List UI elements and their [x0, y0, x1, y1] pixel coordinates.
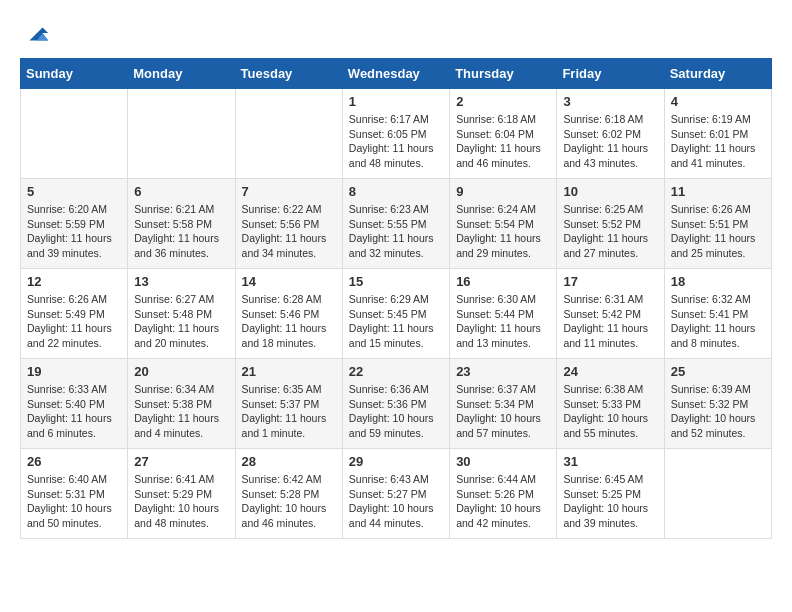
- day-number: 14: [242, 274, 336, 289]
- day-info: Sunrise: 6:38 AMSunset: 5:33 PMDaylight:…: [563, 382, 657, 441]
- day-info: Sunrise: 6:30 AMSunset: 5:44 PMDaylight:…: [456, 292, 550, 351]
- calendar-cell: 3Sunrise: 6:18 AMSunset: 6:02 PMDaylight…: [557, 89, 664, 179]
- day-number: 23: [456, 364, 550, 379]
- calendar-cell: 1Sunrise: 6:17 AMSunset: 6:05 PMDaylight…: [342, 89, 449, 179]
- calendar-cell: 9Sunrise: 6:24 AMSunset: 5:54 PMDaylight…: [450, 179, 557, 269]
- day-number: 6: [134, 184, 228, 199]
- calendar-header-sunday: Sunday: [21, 59, 128, 89]
- day-number: 21: [242, 364, 336, 379]
- day-number: 11: [671, 184, 765, 199]
- day-number: 18: [671, 274, 765, 289]
- calendar-header-row: SundayMondayTuesdayWednesdayThursdayFrid…: [21, 59, 772, 89]
- calendar-table: SundayMondayTuesdayWednesdayThursdayFrid…: [20, 58, 772, 539]
- calendar-cell: 5Sunrise: 6:20 AMSunset: 5:59 PMDaylight…: [21, 179, 128, 269]
- day-info: Sunrise: 6:26 AMSunset: 5:51 PMDaylight:…: [671, 202, 765, 261]
- calendar-cell: 14Sunrise: 6:28 AMSunset: 5:46 PMDayligh…: [235, 269, 342, 359]
- day-info: Sunrise: 6:19 AMSunset: 6:01 PMDaylight:…: [671, 112, 765, 171]
- logo-icon: [22, 20, 50, 48]
- day-info: Sunrise: 6:37 AMSunset: 5:34 PMDaylight:…: [456, 382, 550, 441]
- calendar-week-row: 1Sunrise: 6:17 AMSunset: 6:05 PMDaylight…: [21, 89, 772, 179]
- day-number: 30: [456, 454, 550, 469]
- day-number: 27: [134, 454, 228, 469]
- day-info: Sunrise: 6:40 AMSunset: 5:31 PMDaylight:…: [27, 472, 121, 531]
- calendar-cell: 22Sunrise: 6:36 AMSunset: 5:36 PMDayligh…: [342, 359, 449, 449]
- calendar-cell: 19Sunrise: 6:33 AMSunset: 5:40 PMDayligh…: [21, 359, 128, 449]
- day-info: Sunrise: 6:21 AMSunset: 5:58 PMDaylight:…: [134, 202, 228, 261]
- day-number: 13: [134, 274, 228, 289]
- day-number: 12: [27, 274, 121, 289]
- calendar-cell: [21, 89, 128, 179]
- logo-text: [20, 20, 50, 48]
- day-info: Sunrise: 6:42 AMSunset: 5:28 PMDaylight:…: [242, 472, 336, 531]
- day-info: Sunrise: 6:18 AMSunset: 6:02 PMDaylight:…: [563, 112, 657, 171]
- calendar-cell: 13Sunrise: 6:27 AMSunset: 5:48 PMDayligh…: [128, 269, 235, 359]
- calendar-header-tuesday: Tuesday: [235, 59, 342, 89]
- day-info: Sunrise: 6:28 AMSunset: 5:46 PMDaylight:…: [242, 292, 336, 351]
- calendar-cell: 12Sunrise: 6:26 AMSunset: 5:49 PMDayligh…: [21, 269, 128, 359]
- calendar-cell: 16Sunrise: 6:30 AMSunset: 5:44 PMDayligh…: [450, 269, 557, 359]
- day-info: Sunrise: 6:41 AMSunset: 5:29 PMDaylight:…: [134, 472, 228, 531]
- day-info: Sunrise: 6:22 AMSunset: 5:56 PMDaylight:…: [242, 202, 336, 261]
- calendar-cell: [235, 89, 342, 179]
- calendar-cell: 30Sunrise: 6:44 AMSunset: 5:26 PMDayligh…: [450, 449, 557, 539]
- calendar-cell: 25Sunrise: 6:39 AMSunset: 5:32 PMDayligh…: [664, 359, 771, 449]
- calendar-week-row: 19Sunrise: 6:33 AMSunset: 5:40 PMDayligh…: [21, 359, 772, 449]
- day-number: 28: [242, 454, 336, 469]
- calendar-cell: 27Sunrise: 6:41 AMSunset: 5:29 PMDayligh…: [128, 449, 235, 539]
- day-info: Sunrise: 6:27 AMSunset: 5:48 PMDaylight:…: [134, 292, 228, 351]
- calendar-header-wednesday: Wednesday: [342, 59, 449, 89]
- day-info: Sunrise: 6:20 AMSunset: 5:59 PMDaylight:…: [27, 202, 121, 261]
- calendar-cell: [664, 449, 771, 539]
- calendar-cell: 11Sunrise: 6:26 AMSunset: 5:51 PMDayligh…: [664, 179, 771, 269]
- day-number: 1: [349, 94, 443, 109]
- day-number: 16: [456, 274, 550, 289]
- day-number: 2: [456, 94, 550, 109]
- calendar-cell: 23Sunrise: 6:37 AMSunset: 5:34 PMDayligh…: [450, 359, 557, 449]
- day-info: Sunrise: 6:44 AMSunset: 5:26 PMDaylight:…: [456, 472, 550, 531]
- calendar-cell: 2Sunrise: 6:18 AMSunset: 6:04 PMDaylight…: [450, 89, 557, 179]
- calendar-header-monday: Monday: [128, 59, 235, 89]
- calendar-cell: 26Sunrise: 6:40 AMSunset: 5:31 PMDayligh…: [21, 449, 128, 539]
- day-info: Sunrise: 6:24 AMSunset: 5:54 PMDaylight:…: [456, 202, 550, 261]
- day-number: 29: [349, 454, 443, 469]
- day-info: Sunrise: 6:26 AMSunset: 5:49 PMDaylight:…: [27, 292, 121, 351]
- calendar-cell: 31Sunrise: 6:45 AMSunset: 5:25 PMDayligh…: [557, 449, 664, 539]
- day-number: 7: [242, 184, 336, 199]
- day-info: Sunrise: 6:43 AMSunset: 5:27 PMDaylight:…: [349, 472, 443, 531]
- day-info: Sunrise: 6:25 AMSunset: 5:52 PMDaylight:…: [563, 202, 657, 261]
- calendar-cell: 24Sunrise: 6:38 AMSunset: 5:33 PMDayligh…: [557, 359, 664, 449]
- calendar-header-saturday: Saturday: [664, 59, 771, 89]
- calendar-cell: 21Sunrise: 6:35 AMSunset: 5:37 PMDayligh…: [235, 359, 342, 449]
- day-number: 9: [456, 184, 550, 199]
- calendar-header-thursday: Thursday: [450, 59, 557, 89]
- day-number: 19: [27, 364, 121, 379]
- day-info: Sunrise: 6:35 AMSunset: 5:37 PMDaylight:…: [242, 382, 336, 441]
- day-info: Sunrise: 6:34 AMSunset: 5:38 PMDaylight:…: [134, 382, 228, 441]
- day-info: Sunrise: 6:17 AMSunset: 6:05 PMDaylight:…: [349, 112, 443, 171]
- calendar-cell: 6Sunrise: 6:21 AMSunset: 5:58 PMDaylight…: [128, 179, 235, 269]
- calendar-cell: 28Sunrise: 6:42 AMSunset: 5:28 PMDayligh…: [235, 449, 342, 539]
- calendar-cell: 29Sunrise: 6:43 AMSunset: 5:27 PMDayligh…: [342, 449, 449, 539]
- calendar-week-row: 12Sunrise: 6:26 AMSunset: 5:49 PMDayligh…: [21, 269, 772, 359]
- day-number: 20: [134, 364, 228, 379]
- calendar-cell: 8Sunrise: 6:23 AMSunset: 5:55 PMDaylight…: [342, 179, 449, 269]
- page-header: [20, 20, 772, 48]
- day-info: Sunrise: 6:39 AMSunset: 5:32 PMDaylight:…: [671, 382, 765, 441]
- calendar-cell: 7Sunrise: 6:22 AMSunset: 5:56 PMDaylight…: [235, 179, 342, 269]
- calendar-week-row: 26Sunrise: 6:40 AMSunset: 5:31 PMDayligh…: [21, 449, 772, 539]
- day-number: 3: [563, 94, 657, 109]
- day-number: 22: [349, 364, 443, 379]
- day-number: 31: [563, 454, 657, 469]
- logo: [20, 20, 50, 48]
- day-number: 17: [563, 274, 657, 289]
- day-info: Sunrise: 6:31 AMSunset: 5:42 PMDaylight:…: [563, 292, 657, 351]
- calendar-cell: 18Sunrise: 6:32 AMSunset: 5:41 PMDayligh…: [664, 269, 771, 359]
- day-info: Sunrise: 6:29 AMSunset: 5:45 PMDaylight:…: [349, 292, 443, 351]
- calendar-cell: 10Sunrise: 6:25 AMSunset: 5:52 PMDayligh…: [557, 179, 664, 269]
- day-number: 26: [27, 454, 121, 469]
- calendar-cell: 15Sunrise: 6:29 AMSunset: 5:45 PMDayligh…: [342, 269, 449, 359]
- day-number: 5: [27, 184, 121, 199]
- day-info: Sunrise: 6:36 AMSunset: 5:36 PMDaylight:…: [349, 382, 443, 441]
- day-info: Sunrise: 6:23 AMSunset: 5:55 PMDaylight:…: [349, 202, 443, 261]
- day-number: 8: [349, 184, 443, 199]
